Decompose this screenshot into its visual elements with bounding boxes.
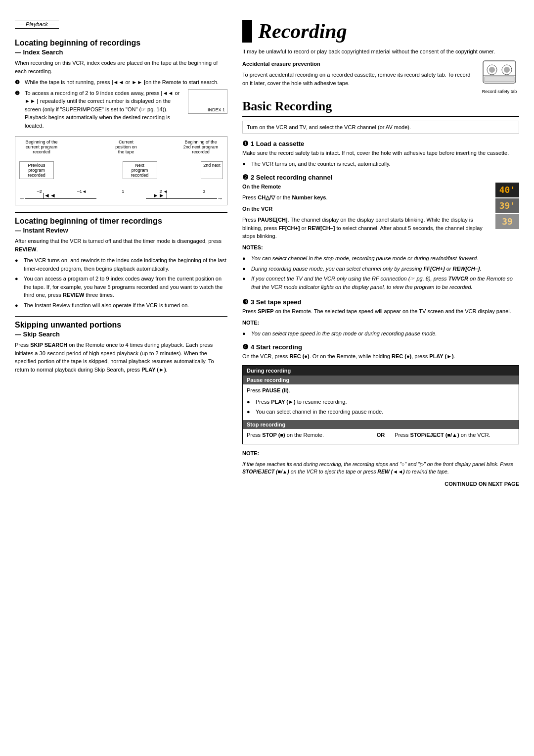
- on-vcr-text: Press PAUSE[CH]. The channel display on …: [242, 216, 519, 240]
- item1: ❶ While the tape is not running, press |…: [15, 78, 227, 87]
- pause-bullet1: ● Press PLAY (►) to resume recording.: [247, 398, 515, 406]
- item2-number: ❷: [15, 89, 23, 130]
- item1-number: ❶: [15, 78, 23, 87]
- section2-bullet1-text: The VCR turns on, and rewinds to the ind…: [24, 256, 227, 273]
- section3-text: Press SKIP SEARCH on the Remote once to …: [15, 341, 227, 374]
- section3-subtitle: — Skip Search: [15, 331, 227, 338]
- stop-or: OR: [377, 431, 385, 442]
- section1-subtitle: — Index Search: [15, 48, 227, 56]
- on-vcr-label: On the VCR: [242, 206, 272, 212]
- intro-box: Turn on the VCR and TV, and select the V…: [242, 121, 519, 134]
- diagram-label2-1: Current: [111, 140, 141, 144]
- item2-text: To access a recording of 2 to 9 index co…: [25, 89, 183, 130]
- item2: ❷ To access a recording of 2 to 9 index …: [15, 89, 183, 130]
- item1-text: While the tape is not running, press |◄◄…: [25, 78, 219, 87]
- step1: ❶ 1 Load a cassette Make sure the record…: [242, 140, 519, 168]
- note-label-3: NOTE:: [242, 320, 259, 326]
- index-label: INDEX 1: [208, 107, 225, 112]
- diagram-num-3: 3: [203, 189, 205, 194]
- diagram-label1-2: current program: [19, 144, 64, 149]
- diagram-num-minus2: –2: [37, 189, 42, 194]
- svg-point-5: [489, 67, 495, 73]
- note3-text: If you connect the TV and the VCR only u…: [251, 275, 519, 291]
- record-safety-label: Record safety tab: [482, 89, 517, 94]
- during-recording-table: During recording Pause recording Press P…: [242, 365, 519, 444]
- stop-left: Press STOP (■) on the Remote.: [247, 431, 367, 442]
- diagram-rewind-icon: |◄◄: [43, 192, 56, 199]
- notes-label: NOTES:: [242, 244, 263, 250]
- note2: ● During recording pause mode, you can s…: [242, 265, 519, 273]
- pause-bullet2-text: You can select channel in the recording …: [256, 408, 383, 416]
- accidental-text: To prevent accidental recording on a rec…: [242, 71, 475, 87]
- stop-text1: Press STOP (■) on the Remote.: [247, 431, 367, 439]
- cassette-diagram: Record safety tab: [480, 60, 519, 94]
- section1-intro: When recording on this VCR, index codes …: [15, 59, 227, 75]
- stop-right: Press STOP/EJECT (■/▲) on the VCR.: [395, 431, 515, 442]
- diagram-label2-2: position on: [111, 144, 141, 149]
- pause-bullet1-text: Press PLAY (►) to resume recording.: [256, 398, 347, 406]
- stop-content: Press STOP (■) on the Remote. OR Press S…: [243, 429, 519, 444]
- step1-text: Make sure the record safety tab is intac…: [242, 149, 519, 157]
- pause-recording-header: Pause recording: [243, 376, 519, 384]
- section2-subtitle: — Instant Review: [15, 227, 227, 234]
- basic-recording-title: Basic Recording: [242, 99, 519, 117]
- pause-text: Press PAUSE (II).: [247, 386, 515, 395]
- diagram-arrow-left: ←————————————: [19, 195, 96, 202]
- section2-intro: After ensuring that the VCR is turned of…: [15, 237, 227, 253]
- diagram-next1: Next: [125, 163, 155, 168]
- step1-heading: ❶ 1 Load a cassette: [242, 140, 519, 147]
- main-title: Recording: [242, 20, 519, 43]
- section2-bullet3: ● The Instant Review function will also …: [15, 301, 227, 310]
- step3-note-text: You can select tape speed in the stop mo…: [251, 330, 437, 338]
- right-column: Recording It may be unlawful to record o…: [242, 20, 519, 736]
- diagram-prev3: recorded: [22, 173, 51, 178]
- svg-point-6: [504, 67, 510, 73]
- diagram-label1-1: Beginning of the: [19, 140, 64, 144]
- accidental-erasure: Accidental erasure prevention To prevent…: [242, 60, 519, 94]
- svg-rect-4: [485, 77, 514, 82]
- index-box: INDEX 1: [188, 89, 227, 114]
- channel-display-39b: 39: [495, 214, 519, 229]
- diagram-num-1: 1: [122, 189, 124, 194]
- step3-note: ● You can select tape speed in the stop …: [242, 330, 519, 338]
- step1-bullet-text: The VCR turns on, and the counter is res…: [251, 160, 391, 168]
- channel-display-40: 40': [495, 183, 519, 197]
- step3-text: Press SP/EP on the Remote. The selected …: [242, 307, 519, 316]
- section-divider-2: [15, 316, 227, 317]
- copyright-notice: It may be unlawful to record or play bac…: [242, 47, 519, 56]
- diagram-label3-1: Beginning of the: [178, 140, 223, 144]
- diagram-prev2: program: [22, 168, 51, 173]
- channel-display-39a: 39': [495, 198, 519, 213]
- section3-title: Skipping unwanted portions: [15, 321, 227, 330]
- channel-display: 40' 39' 39: [495, 183, 519, 229]
- diagram-label1-3: recorded: [19, 149, 64, 154]
- diagram-num-minus1: –1◄: [77, 189, 87, 194]
- note1: ● You can select channel in the stop mod…: [242, 254, 519, 263]
- step4-heading: ❹ 4 Start recording: [242, 343, 519, 351]
- during-recording-header: During recording: [243, 366, 519, 376]
- left-column: — Playback — Locating beginning of recor…: [15, 20, 227, 736]
- diagram-label3-3: recorded: [178, 149, 223, 154]
- step4-text: On the VCR, press REC (●). Or on the Rem…: [242, 352, 519, 361]
- step3: ❸ 3 Set tape speed Press SP/EP on the Re…: [242, 298, 519, 338]
- diagram-prev1: Previous: [22, 163, 51, 168]
- step4: ❹ 4 Start recording On the VCR, press RE…: [242, 343, 519, 476]
- on-remote-text: Press CH△/▽ or the Number keys.: [242, 193, 519, 202]
- section2-bullet3-text: The Instant Review function will also op…: [24, 301, 189, 310]
- diagram-container: Beginning of the current program recorde…: [15, 136, 227, 205]
- pause-bullet2: ● You can select channel in the recordin…: [247, 408, 515, 416]
- stop-recording-header: Stop recording: [243, 420, 519, 429]
- cassette-icon: [482, 60, 517, 87]
- playback-header: — Playback —: [15, 20, 227, 34]
- on-remote-label: On the Remote: [242, 184, 281, 189]
- step1-bullet: ● The VCR turns on, and the counter is r…: [242, 160, 519, 168]
- diagram-2nd-next: 2nd next: [203, 163, 221, 168]
- pause-content: Press PAUSE (II). ● Press PLAY (►) to re…: [243, 384, 519, 420]
- diagram-label3-2: 2nd next program: [178, 144, 223, 149]
- intro-box-text: Turn on the VCR and TV, and select the V…: [247, 124, 411, 130]
- step3-heading: ❸ 3 Set tape speed: [242, 298, 519, 306]
- diagram-ffwd-icon: ►► |: [153, 192, 168, 199]
- step2: ❷ 2 Select recording channel 40' 39' 39 …: [242, 173, 519, 293]
- final-note-text: If the tape reaches its end during recor…: [242, 461, 519, 476]
- diagram-label2-3: the tape: [111, 149, 141, 154]
